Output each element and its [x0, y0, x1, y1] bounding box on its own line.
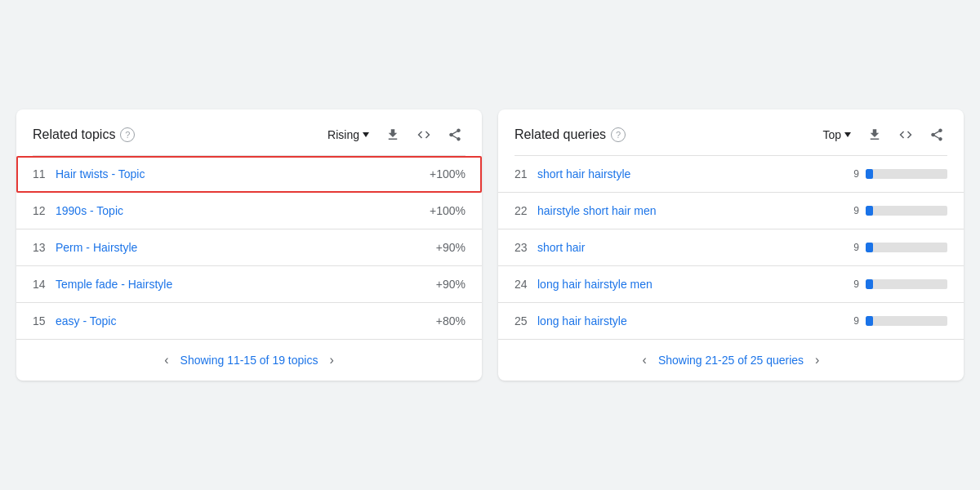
query-bar-row: 9: [848, 315, 947, 327]
query-list-item[interactable]: 21 short hair hairstyle 9: [498, 156, 964, 193]
topics-help-icon[interactable]: ?: [120, 127, 135, 142]
query-item-label: hairstyle short hair men: [537, 204, 848, 217]
topic-item-value: +90%: [436, 241, 466, 254]
topics-header-controls: Rising: [324, 124, 466, 145]
queries-help-icon[interactable]: ?: [611, 127, 626, 142]
query-bar-score: 9: [848, 315, 859, 327]
topics-filter-arrow-icon: [363, 132, 369, 137]
query-bar-fill: [866, 169, 873, 179]
topic-item-value: +80%: [436, 314, 466, 327]
topic-item-value: +90%: [436, 278, 466, 291]
related-topics-card: Related topics ? Rising 1: [16, 109, 482, 381]
query-bar-row: 9: [848, 278, 947, 290]
topic-list-item[interactable]: 15 easy - Topic +80%: [16, 303, 482, 339]
query-bar-fill: [866, 206, 873, 216]
query-list-item[interactable]: 23 short hair 9: [498, 229, 964, 266]
topic-item-label: 1990s - Topic: [56, 204, 430, 217]
query-item-label: short hair: [537, 241, 848, 254]
topic-item-num: 13: [33, 241, 56, 254]
topics-download-button[interactable]: [382, 124, 403, 145]
queries-footer: ‹ Showing 21-25 of 25 queries ›: [498, 339, 964, 381]
queries-list: 21 short hair hairstyle 9 22 hairstyle s…: [498, 156, 964, 339]
topic-item-num: 11: [33, 167, 56, 180]
related-queries-card: Related queries ? Top 21: [498, 109, 964, 381]
query-bar-wrap: [866, 206, 947, 216]
topics-next-button[interactable]: ›: [324, 350, 338, 371]
queries-filter-label: Top: [822, 128, 841, 141]
topic-item-value: +100%: [430, 167, 466, 180]
queries-card-header: Related queries ? Top: [498, 109, 964, 155]
query-item-num: 23: [514, 241, 537, 254]
topics-list: 11 Hair twists - Topic +100% 12 1990s - …: [16, 156, 482, 339]
topic-list-item[interactable]: 14 Temple fade - Hairstyle +90%: [16, 266, 482, 303]
queries-embed-button[interactable]: [895, 124, 916, 145]
topics-footer-text: Showing 11-15 of 19 topics: [180, 354, 318, 367]
topic-item-label: Perm - Hairstyle: [56, 241, 436, 254]
topics-footer: ‹ Showing 11-15 of 19 topics ›: [16, 339, 482, 381]
query-bar-wrap: [866, 279, 947, 289]
topic-item-label: Hair twists - Topic: [56, 167, 430, 180]
queries-download-button[interactable]: [864, 124, 885, 145]
queries-header-controls: Top: [819, 124, 947, 145]
query-bar-fill: [866, 279, 873, 289]
queries-prev-button[interactable]: ‹: [638, 350, 652, 371]
query-list-item[interactable]: 25 long hair hairstyle 9: [498, 303, 964, 339]
topics-share-button[interactable]: [444, 124, 466, 145]
query-item-label: long hair hairstyle men: [537, 278, 848, 291]
queries-share-button[interactable]: [926, 124, 947, 145]
queries-filter-arrow-icon: [844, 132, 851, 137]
topic-item-num: 14: [33, 278, 56, 291]
query-item-num: 25: [514, 314, 537, 327]
query-item-num: 22: [514, 204, 537, 217]
query-bar-score: 9: [848, 278, 859, 290]
query-bar-score: 9: [848, 168, 859, 180]
topic-item-num: 12: [33, 204, 56, 217]
topics-card-header: Related topics ? Rising: [16, 109, 482, 155]
query-list-item[interactable]: 24 long hair hairstyle men 9: [498, 266, 964, 303]
topics-filter-button[interactable]: Rising: [324, 125, 372, 145]
topics-prev-button[interactable]: ‹: [159, 350, 173, 371]
query-list-item[interactable]: 22 hairstyle short hair men 9: [498, 193, 964, 229]
topics-embed-button[interactable]: [413, 124, 434, 145]
topic-item-label: Temple fade - Hairstyle: [56, 278, 436, 291]
query-item-num: 21: [514, 167, 537, 180]
query-item-label: long hair hairstyle: [537, 314, 848, 327]
query-bar-row: 9: [848, 242, 947, 253]
queries-next-button[interactable]: ›: [810, 350, 824, 371]
queries-filter-button[interactable]: Top: [819, 125, 854, 145]
query-bar-wrap: [866, 169, 947, 179]
query-bar-fill: [866, 243, 873, 252]
query-bar-score: 9: [848, 242, 859, 253]
topic-item-num: 15: [33, 314, 56, 327]
query-bar-fill: [866, 316, 873, 326]
query-item-label: short hair hairstyle: [537, 167, 848, 180]
queries-card-title: Related queries: [514, 127, 606, 142]
topics-filter-label: Rising: [327, 128, 359, 141]
main-container: Related topics ? Rising 1: [0, 93, 980, 397]
topic-list-item[interactable]: 12 1990s - Topic +100%: [16, 193, 482, 229]
topic-list-item[interactable]: 13 Perm - Hairstyle +90%: [16, 229, 482, 266]
topic-item-label: easy - Topic: [56, 314, 436, 327]
topics-card-title: Related topics: [33, 127, 115, 142]
query-bar-score: 9: [848, 205, 859, 216]
topic-list-item[interactable]: 11 Hair twists - Topic +100%: [16, 156, 482, 193]
query-bar-row: 9: [848, 168, 947, 180]
topic-item-value: +100%: [430, 204, 466, 217]
query-bar-wrap: [866, 243, 947, 252]
queries-footer-text: Showing 21-25 of 25 queries: [658, 354, 804, 367]
query-bar-row: 9: [848, 205, 947, 216]
query-item-num: 24: [514, 278, 537, 291]
query-bar-wrap: [866, 316, 947, 326]
